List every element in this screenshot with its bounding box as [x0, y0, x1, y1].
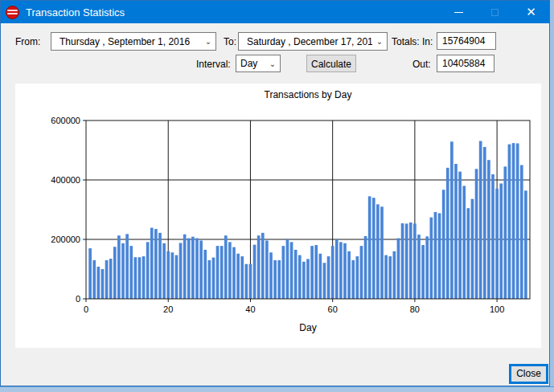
- bar-day-5: [105, 260, 109, 299]
- bar-day-37: [236, 254, 240, 299]
- bar-day-59: [327, 256, 330, 299]
- bar-day-66: [355, 256, 359, 299]
- bar-day-7: [113, 247, 117, 299]
- bar-day-99: [491, 174, 494, 299]
- svg-text:60: 60: [328, 304, 338, 314]
- minimize-button[interactable]: [441, 1, 477, 23]
- bar-day-52: [298, 255, 302, 299]
- bar-day-29: [203, 250, 207, 299]
- bar-day-103: [508, 145, 511, 299]
- bar-day-58: [323, 263, 326, 299]
- bar-day-102: [503, 166, 507, 299]
- bar-day-61: [335, 239, 339, 299]
- bar-day-6: [109, 259, 113, 299]
- calculate-button[interactable]: Calculate: [306, 55, 356, 72]
- app-icon: [6, 6, 19, 19]
- to-label: To:: [224, 36, 236, 47]
- bar-day-69: [368, 196, 371, 299]
- x-axis-label: Day: [299, 322, 316, 333]
- bar-day-92: [462, 186, 466, 299]
- bar-day-45: [269, 252, 273, 299]
- bar-day-8: [117, 235, 121, 299]
- bar-day-65: [351, 260, 355, 299]
- bar-day-97: [483, 147, 486, 299]
- bar-day-23: [179, 243, 183, 299]
- interval-select[interactable]: Day ⌄: [236, 55, 281, 72]
- bar-day-25: [187, 239, 191, 299]
- bar-day-16: [150, 228, 154, 299]
- bar-day-42: [257, 235, 261, 299]
- bar-day-55: [310, 246, 314, 299]
- bar-day-10: [125, 234, 129, 299]
- svg-text:400000: 400000: [51, 175, 80, 185]
- bar-day-38: [240, 256, 244, 299]
- minimize-icon: [454, 12, 463, 13]
- from-date-value: Thursday , September 1, 2016: [51, 36, 201, 47]
- bar-day-4: [101, 269, 105, 299]
- bar-day-41: [253, 245, 256, 299]
- bar-day-39: [244, 264, 248, 299]
- bar-day-54: [306, 259, 310, 299]
- bar-day-76: [397, 239, 400, 299]
- to-date-value: Saturday , December 17, 2016: [239, 36, 372, 47]
- titlebar[interactable]: Transaction Statistics ✕: [1, 1, 549, 23]
- bar-day-98: [487, 160, 490, 299]
- bar-day-82: [421, 245, 425, 299]
- close-window-button[interactable]: ✕: [513, 1, 549, 23]
- bar-day-72: [380, 206, 384, 299]
- bar-day-95: [475, 169, 478, 299]
- bar-day-31: [212, 258, 215, 299]
- svg-text:20: 20: [163, 304, 173, 314]
- bar-day-87: [442, 190, 445, 299]
- bar-day-2: [92, 260, 96, 299]
- maximize-button[interactable]: [477, 1, 513, 23]
- bar-day-56: [314, 245, 318, 299]
- close-icon: ✕: [526, 5, 536, 19]
- bar-day-18: [158, 233, 162, 299]
- background-window-edge-bottom: [0, 386, 554, 392]
- svg-text:600000: 600000: [51, 116, 80, 125]
- close-button[interactable]: Close: [509, 364, 548, 384]
- totals-out-field[interactable]: 10405884: [437, 55, 494, 72]
- bar-day-107: [524, 190, 527, 299]
- interval-value: Day: [236, 58, 265, 69]
- from-label: From:: [15, 36, 40, 47]
- bar-day-49: [286, 239, 289, 299]
- bar-day-93: [466, 208, 470, 299]
- bar-day-33: [220, 246, 224, 299]
- bar-day-80: [413, 223, 417, 299]
- bar-day-100: [495, 189, 499, 299]
- bar-day-26: [191, 237, 195, 299]
- chart-panel: Transactions by Day020000040000060000002…: [15, 84, 541, 348]
- interval-label: Interval:: [196, 59, 231, 70]
- svg-text:200000: 200000: [51, 235, 80, 244]
- bar-day-86: [438, 213, 441, 299]
- bar-day-88: [446, 168, 449, 299]
- bar-day-71: [376, 204, 380, 299]
- transaction-statistics-dialog: Transaction Statistics ✕ From: Thursday …: [0, 0, 550, 386]
- bar-day-79: [409, 223, 412, 299]
- bar-day-81: [417, 235, 421, 299]
- bar-day-43: [261, 233, 265, 299]
- bar-day-17: [154, 229, 158, 299]
- bar-day-11: [129, 246, 133, 299]
- to-date-picker[interactable]: Saturday , December 17, 2016 ⌄: [238, 32, 388, 51]
- svg-text:40: 40: [245, 304, 255, 314]
- bar-day-94: [471, 199, 474, 299]
- bar-day-78: [405, 223, 408, 299]
- bar-day-77: [401, 223, 404, 299]
- bar-day-40: [249, 264, 252, 299]
- bar-day-90: [454, 164, 458, 299]
- bar-day-21: [170, 252, 174, 299]
- bar-day-57: [318, 254, 322, 299]
- bar-day-12: [133, 257, 137, 299]
- bar-day-63: [343, 243, 347, 299]
- totals-in-field[interactable]: 15764904: [437, 32, 496, 50]
- chevron-down-icon: ⌄: [265, 59, 280, 68]
- from-date-picker[interactable]: Thursday , September 1, 2016 ⌄: [51, 32, 216, 51]
- maximize-icon: [491, 9, 499, 16]
- bar-day-28: [199, 240, 203, 299]
- bar-day-85: [434, 212, 437, 299]
- bar-day-50: [290, 242, 293, 299]
- bar-day-3: [96, 267, 100, 299]
